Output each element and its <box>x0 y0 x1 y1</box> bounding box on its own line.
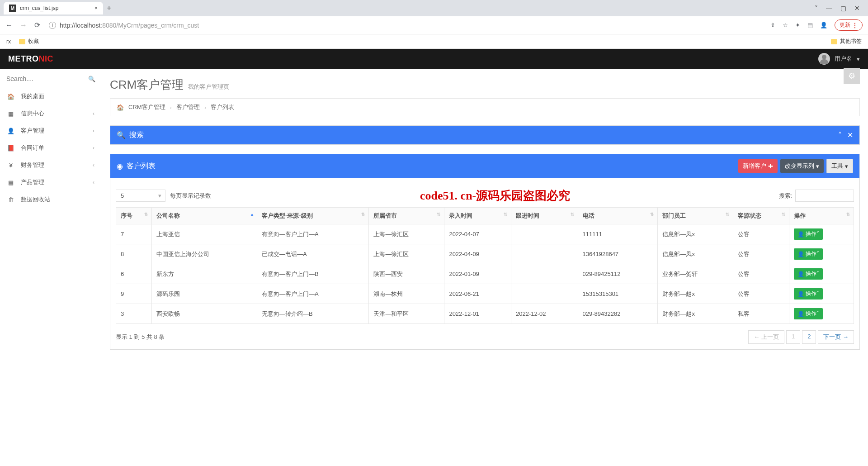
cell-intime: 2022-01-09 <box>444 264 511 284</box>
collapse-icon[interactable]: ˄ <box>838 131 842 139</box>
cell-status: 公客 <box>733 244 789 264</box>
sidebar-item[interactable]: ¥财务管理‹ <box>0 157 102 174</box>
browser-tab[interactable]: M crm_cus_list.jsp × <box>4 2 103 14</box>
cell-status: 公客 <box>733 264 789 284</box>
minimize-icon[interactable]: — <box>826 5 832 12</box>
column-header[interactable]: 公司名称▴ <box>152 208 257 224</box>
search-panel-header: 🔍 搜索 ˄ ✕ <box>110 126 859 144</box>
chevron-down-icon[interactable]: ˅ <box>815 5 818 12</box>
sidebar-item[interactable]: ▦信息中心‹ <box>0 105 102 122</box>
column-header[interactable]: 录入时间⇅ <box>444 208 511 224</box>
cell-seq: 8 <box>116 244 152 264</box>
pager-prev[interactable]: ← 上一页 <box>748 330 784 344</box>
app-logo[interactable]: METRONIC <box>8 54 53 64</box>
column-header[interactable]: 操作⇅ <box>789 208 854 224</box>
tools-button[interactable]: 工具 ▾ <box>826 159 853 173</box>
site-info-icon[interactable]: i <box>49 22 56 29</box>
close-icon[interactable]: × <box>94 5 98 11</box>
row-action-button[interactable]: 👤操作˅ <box>794 268 823 280</box>
sort-icon: ⇅ <box>846 212 850 217</box>
cell-company: 上海亚信 <box>152 224 257 244</box>
page-size-select[interactable]: 5 <box>116 190 165 202</box>
menu-icon: 🏠 <box>7 93 14 100</box>
search-icon[interactable]: 🔍 <box>88 76 95 82</box>
other-bookmarks[interactable]: 其他书签 <box>831 38 862 45</box>
sidebar-item[interactable]: 🏠我的桌面 <box>0 88 102 105</box>
browser-chrome: M crm_cus_list.jsp × + ˅ — ▢ ✕ ← → ⟳ i h… <box>0 0 868 49</box>
sort-icon: ⇅ <box>361 212 365 217</box>
share-icon[interactable]: ⇪ <box>770 22 775 29</box>
datatable-bottom: 显示 1 到 5 共 8 条 ← 上一页 1 2 下一页 → <box>116 330 854 344</box>
cell-seq: 7 <box>116 224 152 244</box>
bookmark-item[interactable]: 收藏 <box>19 38 39 45</box>
profile-icon[interactable]: 👤 <box>820 22 827 29</box>
cell-company: 源码乐园 <box>152 284 257 304</box>
pager-page[interactable]: 1 <box>786 330 800 344</box>
menu-icon: ▦ <box>7 110 14 117</box>
bookmark-item[interactable]: rx <box>6 38 11 45</box>
column-header[interactable]: 所属省市⇅ <box>369 208 444 224</box>
row-action-button[interactable]: 👤操作˅ <box>794 248 823 260</box>
sort-icon: ⇅ <box>437 212 440 217</box>
sort-icon: ⇅ <box>782 212 785 217</box>
pager-next[interactable]: 下一页 → <box>818 330 854 344</box>
back-icon[interactable]: ← <box>5 21 14 29</box>
close-icon[interactable]: ✕ <box>847 131 853 139</box>
datatable-top: 5 每页显示记录数 code51. cn-源码乐园盗图必究 搜索: <box>116 188 854 204</box>
url-box[interactable]: i http://localhost:8080/MyCrm/pages_crm/… <box>49 22 764 29</box>
table-search-input[interactable] <box>795 190 854 202</box>
extensions-icon[interactable]: ✦ <box>795 22 800 29</box>
add-customer-button[interactable]: 新增客户✚ <box>738 159 778 173</box>
chevron-left-icon: ‹ <box>93 145 94 151</box>
chevron-right-icon: › <box>204 104 206 111</box>
menu-icon: ¥ <box>7 162 14 169</box>
cell-staff: 信息部—凤x <box>658 244 733 264</box>
row-action-button[interactable]: 👤操作˅ <box>794 228 823 240</box>
new-tab-button[interactable]: + <box>107 4 112 13</box>
search-input[interactable] <box>6 75 88 82</box>
breadcrumb-link[interactable]: CRM客户管理 <box>128 103 165 111</box>
column-header[interactable]: 客源状态⇅ <box>733 208 789 224</box>
cell-region: 上海—徐汇区 <box>369 244 444 264</box>
row-action-button[interactable]: 👤操作˅ <box>794 308 823 319</box>
column-header[interactable]: 电话⇅ <box>578 208 658 224</box>
update-button[interactable]: 更新 ⋮ <box>835 19 863 31</box>
sidepanel-icon[interactable]: ▤ <box>807 22 813 29</box>
breadcrumb-link[interactable]: 客户列表 <box>211 103 234 111</box>
settings-gear-button[interactable]: ⚙ <box>844 68 860 84</box>
cell-phone: 029-89432282 <box>578 304 658 324</box>
reload-icon[interactable]: ⟳ <box>34 21 42 29</box>
sidebar-item[interactable]: 🗑数据回收站 <box>0 191 102 208</box>
sidebar-item[interactable]: 👤客户管理‹ <box>0 122 102 139</box>
url-text: http://localhost:8080/MyCrm/pages_crm/cr… <box>60 22 199 29</box>
cell-follow <box>511 244 578 264</box>
favicon-icon: M <box>9 5 16 12</box>
chevron-left-icon: ‹ <box>93 179 94 185</box>
cell-staff: 财务部—赵x <box>658 284 733 304</box>
column-header[interactable]: 序号⇅ <box>116 208 152 224</box>
change-columns-button[interactable]: 改变显示列 ▾ <box>780 159 824 173</box>
cell-region: 陕西—西安 <box>369 264 444 284</box>
column-header[interactable]: 跟进时间⇅ <box>511 208 578 224</box>
cell-intime: 2022-06-21 <box>444 284 511 304</box>
table-row: 9 源码乐园 有意向—客户上门—A 湖南—株州 2022-06-21 15315… <box>116 284 854 304</box>
cell-staff: 业务部—贺轩 <box>658 264 733 284</box>
table-row: 3 西安欧畅 无意向—转介绍—B 天津—和平区 2022-12-01 2022-… <box>116 304 854 324</box>
column-header[interactable]: 客户类型-来源-级别⇅ <box>257 208 369 224</box>
home-icon[interactable]: 🏠 <box>117 104 124 111</box>
user-menu[interactable]: 用户名 ▾ <box>818 53 860 65</box>
sidebar-item[interactable]: 📕合同订单‹ <box>0 139 102 157</box>
menu-icon: 📕 <box>7 145 14 152</box>
column-header[interactable]: 部门员工⇅ <box>658 208 733 224</box>
maximize-icon[interactable]: ▢ <box>840 5 846 12</box>
breadcrumb-link[interactable]: 客户管理 <box>176 103 200 111</box>
cell-op: 👤操作˅ <box>789 264 854 284</box>
pager-page[interactable]: 2 <box>802 330 816 344</box>
row-action-button[interactable]: 👤操作˅ <box>794 288 823 300</box>
star-icon[interactable]: ☆ <box>783 22 788 29</box>
close-window-icon[interactable]: ✕ <box>854 5 860 12</box>
forward-icon[interactable]: → <box>20 21 28 29</box>
pagination: ← 上一页 1 2 下一页 → <box>748 330 854 344</box>
cell-region: 湖南—株州 <box>369 284 444 304</box>
sidebar-item[interactable]: ▤产品管理‹ <box>0 174 102 191</box>
